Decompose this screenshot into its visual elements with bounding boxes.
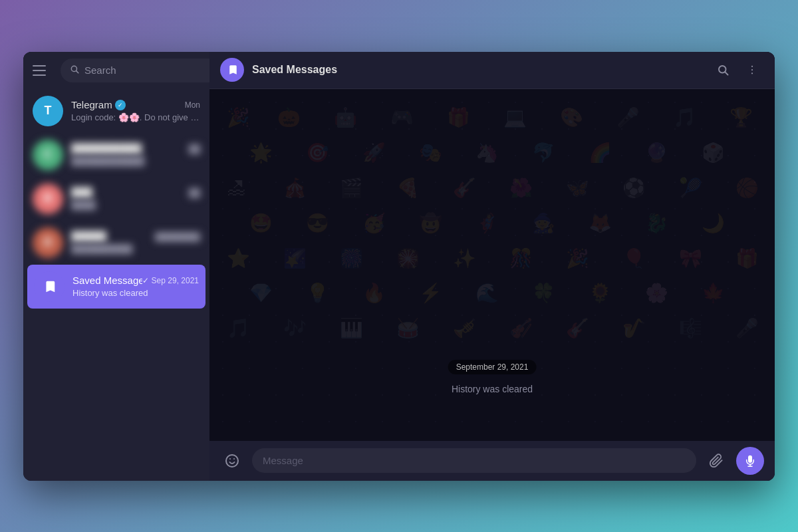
chat-time: Sep 29, 2021	[152, 276, 199, 285]
chat-time: ████████	[155, 232, 200, 241]
chat-info: Saved Messages ✓ Sep 29, 2021 History wa…	[72, 275, 199, 298]
date-bubble: September 29, 2021	[448, 360, 537, 374]
svg-point-4	[751, 66, 753, 67]
list-item[interactable]: C ██████████ ██ ████████████	[23, 133, 209, 177]
emoji-button[interactable]	[220, 449, 244, 473]
chat-panel: Saved Messages	[209, 52, 775, 481]
chat-name-row: Saved Messages ✓ Sep 29, 2021	[72, 275, 199, 286]
sidebar-header	[23, 52, 209, 89]
list-item-saved-messages[interactable]: Saved Messages ✓ Sep 29, 2021 History wa…	[27, 265, 205, 309]
history-cleared-label: History was cleared	[452, 384, 533, 394]
app-window: T Telegram ✓ Mon Login code: 🌸🌸. Do not …	[23, 52, 775, 481]
chat-header: Saved Messages	[209, 52, 775, 89]
chat-list: T Telegram ✓ Mon Login code: 🌸🌸. Do not …	[23, 89, 209, 481]
mic-button[interactable]	[736, 447, 764, 475]
chat-info: █████ ████████ ██████████	[71, 231, 200, 254]
chat-meta: ✓ Sep 29, 2021	[142, 276, 199, 285]
chat-name-row: ███ ██	[71, 187, 200, 198]
chat-time: ██	[189, 144, 200, 154]
chat-name: Saved Messages	[72, 275, 142, 286]
chat-preview: ██████████	[71, 244, 200, 254]
chat-name: █████	[71, 231, 106, 242]
search-icon	[70, 65, 79, 76]
search-input[interactable]	[84, 65, 211, 76]
chat-body: 🎉 🎃 🤖 🎮 🎁 💻 🎨 🎤 🎵 🏆 🌟 🎯 🚀 🎭 🦄 🐬 🌈 🔮 🎲	[209, 89, 775, 441]
header-avatar	[220, 58, 244, 82]
chat-name: ███	[71, 187, 92, 198]
svg-line-3	[725, 72, 728, 74]
more-options-button[interactable]	[740, 58, 764, 82]
search-button[interactable]	[711, 58, 735, 82]
chat-preview: History was cleared	[72, 288, 199, 298]
search-bar[interactable]	[61, 59, 220, 82]
message-input-bar	[209, 441, 775, 481]
svg-point-7	[226, 455, 238, 467]
avatar: B	[33, 184, 63, 214]
chat-preview: ████	[71, 200, 200, 210]
chat-name: ██████████	[71, 143, 142, 154]
chat-name-row: █████ ████████	[71, 231, 200, 242]
chat-info: Telegram ✓ Mon Login code: 🌸🌸. Do not gi…	[71, 99, 200, 122]
avatar	[34, 271, 65, 302]
chat-name-row: Telegram ✓ Mon	[71, 99, 200, 110]
chat-preview: ████████████	[71, 156, 200, 166]
chat-title: Saved Messages	[252, 64, 703, 76]
svg-point-6	[751, 72, 753, 74]
verified-badge: ✓	[115, 100, 126, 110]
avatar: C	[33, 140, 63, 170]
hamburger-button[interactable]	[33, 60, 54, 81]
chat-info: ██████████ ██ ████████████	[71, 143, 200, 166]
avatar: D	[33, 227, 63, 258]
attach-button[interactable]	[704, 449, 728, 473]
chat-preview: Login code: 🌸🌸. Do not give this c...	[71, 112, 200, 122]
svg-point-5	[751, 69, 753, 70]
svg-line-1	[76, 71, 78, 73]
read-check-icon: ✓	[142, 276, 149, 285]
chat-time: ██	[189, 188, 200, 198]
message-input[interactable]	[252, 448, 696, 473]
list-item[interactable]: T Telegram ✓ Mon Login code: 🌸🌸. Do not …	[23, 89, 209, 133]
chat-name: Telegram ✓	[71, 99, 126, 110]
header-actions	[711, 58, 764, 82]
sidebar: T Telegram ✓ Mon Login code: 🌸🌸. Do not …	[23, 52, 209, 481]
list-item[interactable]: D █████ ████████ ██████████	[23, 221, 209, 265]
list-item[interactable]: B ███ ██ ████	[23, 177, 209, 221]
chat-name-row: ██████████ ██	[71, 143, 200, 154]
chat-info: ███ ██ ████	[71, 187, 200, 210]
avatar: T	[33, 96, 63, 126]
chat-time: Mon	[185, 100, 200, 110]
